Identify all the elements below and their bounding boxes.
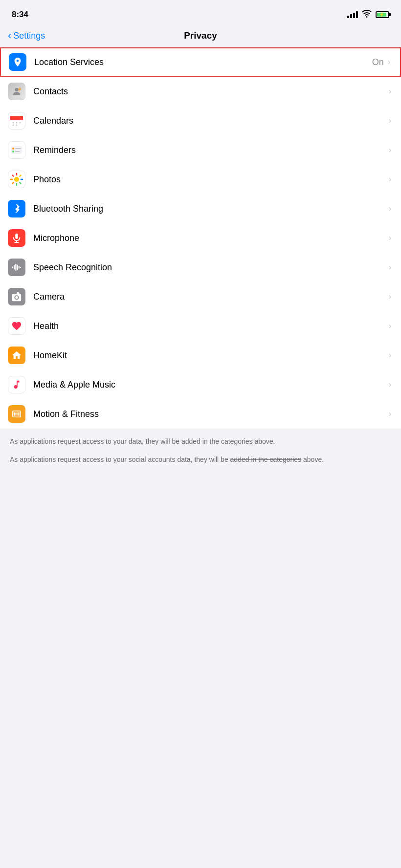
svg-point-12: [13, 125, 14, 126]
contacts-chevron-icon: ›: [389, 87, 391, 96]
microphone-label: Microphone: [33, 233, 389, 243]
svg-line-26: [20, 175, 21, 176]
footer-line2-end: above.: [301, 456, 324, 463]
music-icon: [8, 376, 25, 393]
camera-icon: [8, 288, 25, 305]
footer-section: As applications request access to your d…: [0, 429, 401, 480]
microphone-chevron-icon: ›: [389, 234, 391, 242]
list-item-media-apple-music[interactable]: Media & Apple Music ›: [0, 370, 401, 399]
svg-rect-14: [11, 146, 22, 154]
footer-line2: As applications request access to your s…: [10, 455, 391, 465]
health-chevron-icon: ›: [389, 322, 391, 330]
reminders-label: Reminders: [33, 145, 389, 155]
photos-icon: [8, 171, 25, 188]
list-item-speech-recognition[interactable]: Speech Recognition ›: [0, 253, 401, 282]
list-item-homekit[interactable]: HomeKit ›: [0, 341, 401, 370]
media-apple-music-label: Media & Apple Music: [33, 380, 389, 390]
svg-rect-3: [19, 90, 21, 91]
calendars-icon: [8, 112, 25, 130]
status-bar: 8:34 ⚡: [0, 0, 401, 26]
footer-line1: As applications request access to your d…: [10, 436, 391, 447]
svg-rect-36: [20, 267, 21, 268]
list-item-calendars[interactable]: Calendars ›: [0, 106, 401, 135]
privacy-list: Location Services On › Contacts ›: [0, 47, 401, 429]
svg-line-25: [20, 182, 21, 183]
nav-bar: ‹ Settings Privacy: [0, 26, 401, 47]
health-label: Health: [33, 321, 389, 331]
contacts-label: Contacts: [33, 87, 389, 97]
svg-rect-33: [15, 264, 16, 271]
media-chevron-icon: ›: [389, 380, 391, 389]
bluetooth-chevron-icon: ›: [389, 204, 391, 213]
list-item-camera[interactable]: Camera ›: [0, 282, 401, 311]
location-icon: [9, 53, 26, 71]
svg-rect-1: [19, 88, 21, 88]
speech-recognition-label: Speech Recognition: [33, 262, 389, 273]
svg-rect-6: [10, 118, 23, 120]
list-item-photos[interactable]: Photos ›: [0, 165, 401, 194]
status-time: 8:34: [12, 10, 28, 20]
list-item-bluetooth-sharing[interactable]: Bluetooth Sharing ›: [0, 194, 401, 223]
list-item-contacts[interactable]: Contacts ›: [0, 77, 401, 106]
svg-line-27: [13, 182, 14, 183]
svg-rect-32: [14, 265, 15, 269]
footer-line2-strikethrough: added in the categories: [230, 456, 302, 463]
svg-line-24: [13, 175, 14, 176]
svg-point-15: [12, 148, 14, 150]
back-chevron-icon: ‹: [8, 30, 11, 41]
svg-rect-34: [17, 265, 18, 270]
contacts-icon: [8, 83, 25, 100]
reminders-icon: [8, 141, 25, 159]
motion-chevron-icon: ›: [389, 410, 391, 418]
calendars-label: Calendars: [33, 116, 389, 126]
motion-fitness-label: Motion & Fitness: [33, 409, 389, 419]
svg-point-11: [20, 122, 21, 124]
svg-text:≡: ≡: [14, 412, 16, 416]
list-item-microphone[interactable]: Microphone ›: [0, 223, 401, 253]
camera-chevron-icon: ›: [389, 292, 391, 301]
footer-line2-start: As applications request access to your s…: [10, 456, 230, 463]
homekit-icon: [8, 347, 25, 364]
svg-point-0: [15, 88, 18, 91]
list-item-location-services[interactable]: Location Services On ›: [0, 47, 401, 77]
svg-point-9: [13, 122, 14, 124]
page-title: Privacy: [184, 30, 217, 41]
photos-chevron-icon: ›: [389, 175, 391, 184]
bluetooth-icon: [8, 200, 25, 217]
list-item-health[interactable]: Health ›: [0, 311, 401, 341]
location-services-label: Location Services: [34, 57, 372, 67]
back-button[interactable]: ‹ Settings: [8, 31, 45, 41]
calendars-chevron-icon: ›: [389, 116, 391, 125]
motion-icon: ≡: [8, 405, 25, 423]
svg-rect-18: [15, 151, 20, 152]
reminders-chevron-icon: ›: [389, 146, 391, 154]
microphone-icon: [8, 229, 25, 247]
battery-icon: ⚡: [376, 11, 389, 18]
svg-rect-17: [15, 148, 21, 149]
wifi-icon: [362, 10, 372, 20]
svg-rect-28: [15, 234, 18, 239]
svg-point-13: [16, 125, 18, 126]
location-services-value: On: [372, 57, 384, 67]
signal-bars: [347, 11, 358, 18]
speech-chevron-icon: ›: [389, 263, 391, 272]
health-icon: [8, 317, 25, 335]
homekit-label: HomeKit: [33, 350, 389, 361]
speech-recognition-icon: [8, 259, 25, 276]
back-button-label: Settings: [13, 31, 45, 41]
status-icons: ⚡: [347, 10, 389, 20]
camera-label: Camera: [33, 292, 389, 302]
photos-label: Photos: [33, 174, 389, 185]
list-item-motion-fitness[interactable]: ≡ Motion & Fitness ›: [0, 399, 401, 429]
svg-point-19: [14, 177, 19, 182]
list-item-reminders[interactable]: Reminders ›: [0, 135, 401, 165]
svg-rect-2: [19, 89, 21, 89]
bluetooth-sharing-label: Bluetooth Sharing: [33, 204, 389, 214]
svg-rect-35: [19, 266, 20, 269]
svg-point-10: [16, 122, 18, 124]
homekit-chevron-icon: ›: [389, 351, 391, 360]
svg-point-16: [12, 151, 14, 152]
location-chevron-icon: ›: [388, 58, 390, 66]
svg-rect-31: [12, 266, 13, 268]
